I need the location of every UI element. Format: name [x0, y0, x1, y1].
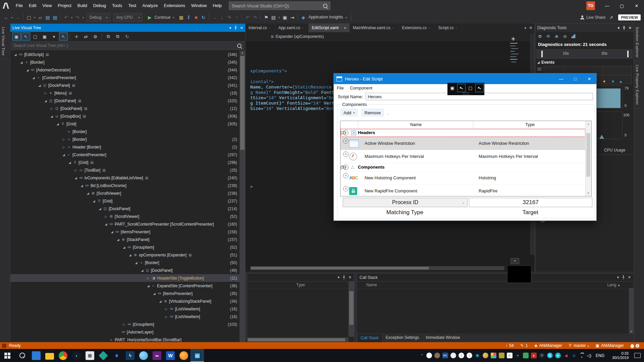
component-row[interactable]: ∧ ≡ Headers (2) [340, 129, 586, 137]
expander-icon[interactable]: ▷ [104, 215, 108, 218]
minimize-button[interactable]: — [600, 0, 614, 11]
taskbar-app-bolt[interactable]: ϟ [123, 349, 137, 362]
expander-icon[interactable]: ◢ [25, 68, 30, 72]
show-just-my-xaml-icon[interactable]: ✛ [72, 33, 81, 41]
remove-button[interactable]: Remove [361, 109, 384, 117]
dropdown-caret-icon[interactable]: ▾ [70, 13, 73, 22]
view-source-icon[interactable]: ▤ [84, 107, 87, 110]
app-insights-flask-icon[interactable]: ◈ [300, 13, 307, 22]
collapse-icon[interactable]: ◢ [537, 61, 540, 64]
stop-icon[interactable]: ■ [193, 13, 199, 22]
push-status[interactable]: ↑54 [505, 343, 514, 348]
cloud-upload-icon[interactable]: ↑ [459, 353, 464, 358]
tray-chevron-icon[interactable]: ⌃ [420, 354, 423, 357]
user-avatar-icon[interactable] [434, 353, 440, 358]
expander-icon[interactable]: ◢ [158, 300, 163, 303]
white-app-icon[interactable] [450, 353, 456, 358]
tree-node[interactable]: ▷ <> [ListViewItem] (16) [10, 305, 245, 313]
tree-node[interactable]: ▷ ▭ [ToolBar] ▤ (25) [10, 166, 245, 174]
pending-edits[interactable]: ✎1 [521, 343, 528, 348]
open-folder-icon[interactable]: ▱ [37, 13, 44, 22]
close-icon[interactable]: ✕ [348, 275, 352, 280]
tree-node[interactable]: ◢ <> [EditScript] ▤ (346) [10, 51, 245, 58]
logitech-icon[interactable]: G [547, 353, 553, 358]
tree-node[interactable]: ▷ <> [GroupItem] (103) [10, 320, 245, 328]
nav-forward-icon[interactable]: → [14, 13, 21, 22]
tree-node[interactable]: ◢ ⊛ xpComponents [Expander] ▤ (51) [10, 251, 245, 259]
pin-icon[interactable]: ▫ [392, 26, 393, 29]
matching-type-dropdown[interactable]: Process ID⌄ [343, 198, 468, 207]
pin-icon[interactable]: ▫ [302, 26, 303, 29]
account-avatar[interactable]: TG [586, 1, 595, 10]
expander-icon[interactable]: ◢ [152, 292, 157, 295]
green-arrow-icon[interactable]: ➤ [514, 351, 522, 359]
new-instance-icon[interactable]: ▣ [12, 33, 21, 41]
expander-icon[interactable]: ◢ [31, 76, 36, 79]
app-insights-dropdown[interactable]: Application Insights ▾ [308, 13, 348, 22]
preview-selection-icon[interactable]: ↖ [59, 33, 68, 41]
type-column-header[interactable]: Type [247, 283, 305, 287]
tree-node[interactable]: ◢ ⌐ [ContentPresenter] (297) [10, 151, 245, 159]
nav-back-icon[interactable]: ← [3, 13, 10, 22]
color-cube-icon[interactable] [491, 353, 496, 358]
menu-item[interactable]: Edit [26, 0, 39, 11]
tool-window-tab[interactable]: Immediate Window [422, 334, 463, 342]
pin-icon[interactable]: ╀ [623, 26, 625, 30]
expander-icon[interactable]: ◢ [146, 284, 151, 288]
blue-dots-icon[interactable]: ⠶ [571, 353, 577, 358]
expander-icon[interactable]: ◢ [98, 207, 102, 210]
show-next-statement-icon[interactable]: → [211, 13, 218, 22]
dialog-menu-item[interactable]: File [334, 85, 347, 90]
menu-item[interactable]: View [39, 0, 55, 11]
taskbar-app-vs-window-active[interactable]: ▣ [191, 349, 204, 362]
adobe-reader-icon[interactable]: ▲ [531, 353, 537, 358]
document-tab[interactable]: Interval.cs ▫ [246, 23, 275, 32]
tree-node[interactable]: ◢ ⊞ [ScrollViewer] (238) [10, 189, 245, 197]
expander-icon[interactable]: ▷ [164, 315, 169, 318]
name-column-header[interactable]: Name [357, 283, 377, 287]
track-focused-element-icon[interactable]: ↖ [475, 84, 484, 92]
tab-cpu-usage[interactable]: CPU Usage [604, 148, 625, 153]
discord-icon[interactable] [426, 353, 432, 358]
collapse-chevron-icon[interactable]: ∧ [343, 186, 348, 191]
settings-wrench-icon[interactable]: ⚙ [91, 33, 100, 41]
share-icon[interactable]: ⇗ [608, 13, 614, 22]
tool-window-tab[interactable]: Call Stack [357, 334, 382, 342]
blue-knot-icon[interactable]: ✺ [475, 353, 480, 358]
sync-icon[interactable]: ⇄ [82, 33, 90, 41]
settings-gear-icon[interactable]: ⚙ [538, 34, 542, 39]
component-row[interactable]: ∧ Maximum Hotkeys Per Interval Maximum H… [340, 150, 586, 163]
taskbar-app-word[interactable]: W [164, 349, 177, 362]
tree-node[interactable]: ◢ ≣ [StackPanel] (157) [10, 236, 245, 243]
expander-icon[interactable]: ▷ [164, 307, 169, 311]
taskbar-app-visual-studio[interactable]: ∞ [150, 349, 164, 362]
lang-column-header[interactable]: Lang▲ [607, 283, 634, 287]
step-over-icon[interactable]: ↷ [226, 13, 232, 22]
tree-node[interactable]: ◢ <> [AdornerDecorator] (344) [10, 66, 245, 74]
window-icon[interactable]: ▣ [281, 13, 288, 22]
live-visual-tree-header[interactable]: Live Visual Tree ▾ ╀ ✕ [10, 24, 245, 32]
callstack-vertical-scrollbar[interactable]: ▼ [629, 288, 634, 334]
solution-status[interactable]: ▣AhkManager [596, 343, 624, 348]
new-project-icon[interactable]: ▢ [25, 13, 32, 22]
close-icon[interactable]: ✕ [240, 26, 243, 30]
pause-icon[interactable]: ‖ [185, 13, 192, 22]
expander-icon[interactable]: ◢ [19, 61, 24, 64]
start-button[interactable] [0, 349, 15, 362]
document-tab[interactable]: MainWindow.xaml.cs ▫ [350, 23, 399, 32]
pin-icon[interactable]: ▫ [340, 26, 341, 29]
taskbar-app-lightblue[interactable] [137, 349, 150, 362]
name-column-header[interactable]: Name [361, 122, 471, 127]
track-focused-icon[interactable]: ▣ [40, 33, 49, 41]
tree-node[interactable]: ⌗ [Border] [10, 128, 245, 135]
continue-button[interactable]: ▶Continue▾ [146, 13, 175, 22]
scroll-up-icon[interactable]: ∧ [586, 123, 591, 126]
timeline-ruler[interactable]: 10s 20s [536, 49, 633, 59]
steam-icon[interactable]: ☉ [539, 353, 545, 358]
zoom-in-icon[interactable]: ⊕ [555, 34, 558, 39]
watch-panel-header[interactable]: ▾ ╀ ✕ [247, 274, 354, 282]
separator[interactable] [102, 34, 102, 40]
xaml-code[interactable]: xpComponents">izontal">Name, Converter={… [250, 68, 347, 111]
menu-item[interactable]: Help [210, 0, 225, 11]
gold-coin-icon[interactable] [483, 353, 488, 358]
